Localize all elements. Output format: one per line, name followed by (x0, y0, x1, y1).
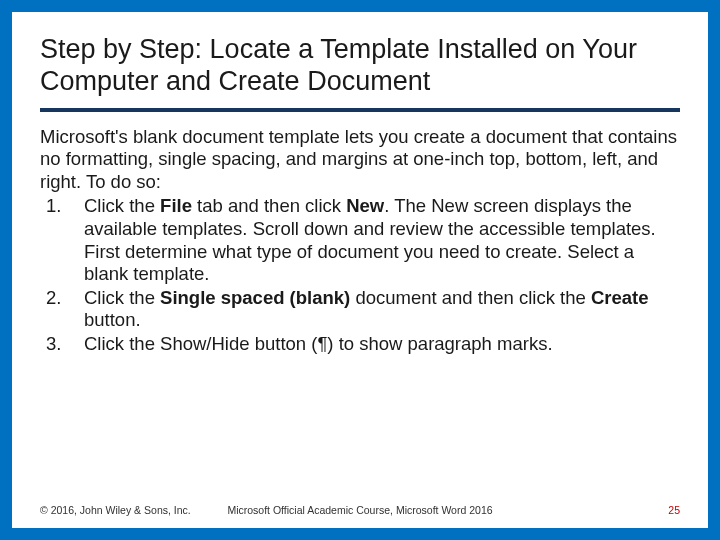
footer: © 2016, John Wiley & Sons, Inc. Microsof… (40, 504, 680, 516)
step-1: Click the File tab and then click New. T… (40, 195, 680, 285)
step-2-text-c: document and then click the (350, 287, 591, 308)
intro-text: Microsoft's blank document template lets… (40, 126, 680, 194)
step-1-bold-file: File (160, 195, 192, 216)
step-2-text-e: button. (84, 309, 141, 330)
footer-course: Microsoft Official Academic Course, Micr… (227, 504, 492, 516)
step-1-text-a: Click the (84, 195, 160, 216)
slide-title: Step by Step: Locate a Template Installe… (40, 34, 680, 112)
steps-list: Click the File tab and then click New. T… (40, 195, 680, 355)
step-2-bold-single: Single spaced (blank) (160, 287, 350, 308)
footer-copyright: © 2016, John Wiley & Sons, Inc. (40, 504, 191, 516)
step-1-text-c: tab and then click (192, 195, 346, 216)
footer-page-number: 25 (668, 504, 680, 516)
slide: Step by Step: Locate a Template Installe… (12, 12, 708, 528)
step-2: Click the Single spaced (blank) document… (40, 287, 680, 332)
step-2-bold-create: Create (591, 287, 649, 308)
step-2-text-a: Click the (84, 287, 160, 308)
step-1-bold-new: New (346, 195, 384, 216)
step-3: Click the Show/Hide button (¶) to show p… (40, 333, 680, 356)
step-3-text: Click the Show/Hide button (¶) to show p… (84, 333, 553, 354)
